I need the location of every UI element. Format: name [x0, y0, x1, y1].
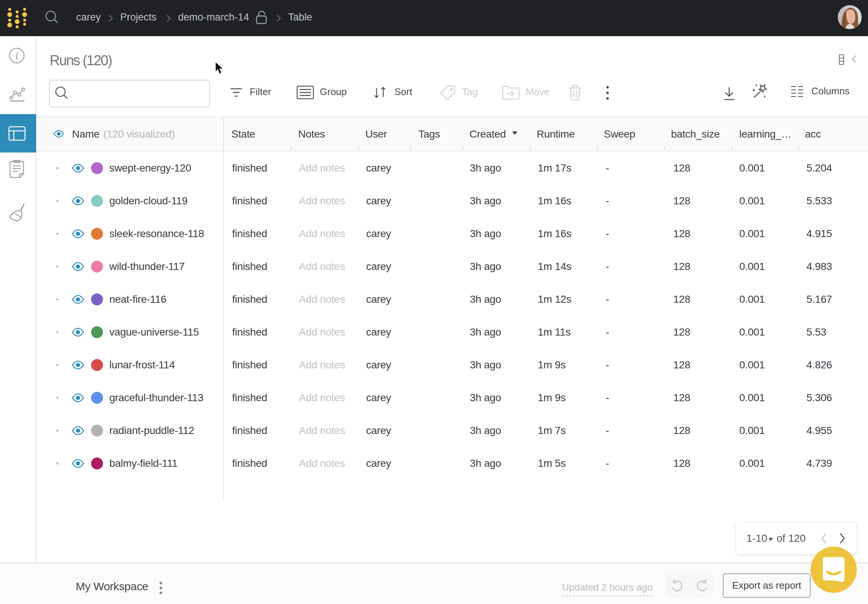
svg-text:i: i	[15, 49, 18, 62]
